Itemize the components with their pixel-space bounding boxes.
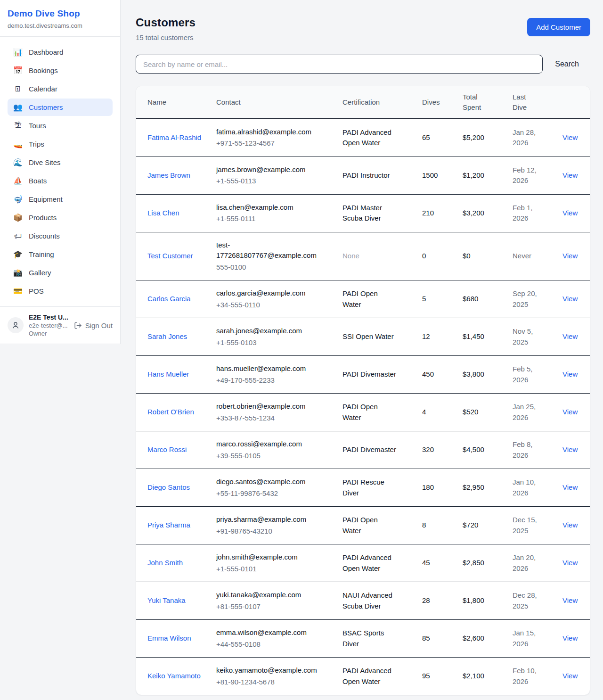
customer-name-link[interactable]: Emma Wilson	[147, 633, 191, 644]
customer-dives: 5	[422, 295, 426, 303]
camera-icon: 📸	[13, 269, 23, 277]
sidebar-item-label: Customers	[29, 103, 63, 111]
package-icon: 📦	[13, 214, 23, 222]
customer-name-link[interactable]: Fatima Al-Rashid	[147, 132, 201, 143]
customer-phone: +971-55-123-4567	[216, 138, 322, 149]
customer-name-link[interactable]: Lisa Chen	[147, 208, 179, 219]
customer-email: emma.wilson@example.com	[216, 627, 322, 638]
customer-name-link[interactable]: Sarah Jones	[147, 331, 187, 342]
view-link[interactable]: View	[562, 672, 578, 680]
sidebar-item-customers[interactable]: 👥 Customers	[8, 99, 113, 116]
shop-domain: demo.test.divestreams.com	[8, 22, 113, 29]
sidebar-nav: 📊 Dashboard 📅 Bookings 🗓 Calendar 👥 Cust…	[0, 36, 120, 306]
tag-icon: 🏷	[13, 232, 23, 240]
sidebar-item-bookings[interactable]: 📅 Bookings	[8, 62, 113, 79]
user-role: Owner	[29, 330, 69, 337]
view-link[interactable]: View	[562, 370, 578, 378]
sign-out-button[interactable]: Sign Out	[74, 321, 113, 329]
customer-total-spent: $4,500	[463, 445, 484, 453]
customer-certification: PADI Instructor	[342, 171, 390, 179]
customer-name-link[interactable]: Marco Rossi	[147, 445, 187, 455]
user-section: E2E Test U... e2e-tester@... Owner Sign …	[0, 306, 120, 344]
customer-name-link[interactable]: James Brown	[147, 170, 190, 181]
view-link[interactable]: View	[562, 252, 578, 260]
credit-card-icon: 💳	[13, 288, 23, 295]
customer-dives: 8	[422, 521, 426, 529]
customer-last-dive: Dec 28, 2025	[513, 591, 537, 610]
customer-name-link[interactable]: Priya Sharma	[147, 520, 190, 531]
sidebar-item-label: Calendar	[29, 85, 57, 93]
customer-last-dive: Jan 10, 2026	[513, 478, 536, 497]
table-row: Lisa Chen lisa.chen@example.com +1-555-0…	[136, 194, 590, 232]
customer-email: robert.obrien@example.com	[216, 401, 322, 412]
table-row: Test Customer test-1772681807767@example…	[136, 232, 590, 280]
sidebar-item-label: Dive Sites	[29, 158, 61, 166]
customer-name-link[interactable]: Carlos Garcia	[147, 294, 191, 305]
column-header-total-spent: Total Spent	[463, 86, 513, 119]
view-link[interactable]: View	[562, 209, 578, 217]
view-link[interactable]: View	[562, 332, 578, 340]
customer-name-link[interactable]: Diego Santos	[147, 482, 190, 493]
customer-certification: PADI Open Water	[342, 289, 378, 308]
customer-name-link[interactable]: Keiko Yamamoto	[147, 671, 201, 682]
customer-name-link[interactable]: Robert O'Brien	[147, 407, 194, 418]
view-link[interactable]: View	[562, 445, 578, 453]
customer-phone: +1-555-0113	[216, 176, 322, 187]
table-row: Carlos Garcia carlos.garcia@example.com …	[136, 280, 590, 318]
sidebar-item-equipment[interactable]: 🤿 Equipment	[8, 190, 113, 208]
sidebar-item-products[interactable]: 📦 Products	[8, 209, 113, 226]
customer-last-dive: Jan 20, 2026	[513, 553, 536, 572]
column-header-last-dive: Last Dive	[513, 86, 562, 119]
view-link[interactable]: View	[562, 634, 578, 642]
customer-name-link[interactable]: Test Customer	[147, 251, 193, 262]
customer-last-dive: Feb 5, 2026	[513, 365, 533, 384]
sidebar-item-tours[interactable]: 🏝 Tours	[8, 117, 113, 134]
search-button[interactable]: Search	[543, 60, 590, 68]
customer-email: fatima.alrashid@example.com	[216, 127, 322, 138]
sidebar-item-pos[interactable]: 💳 POS	[8, 282, 113, 300]
sidebar-item-training[interactable]: 🎓 Training	[8, 246, 113, 263]
column-header-contact: Contact	[216, 86, 342, 119]
customer-last-dive: Feb 1, 2026	[513, 204, 533, 222]
sidebar-item-boats[interactable]: ⛵ Boats	[8, 172, 113, 189]
shop-title: Demo Dive Shop	[8, 8, 113, 19]
sidebar-item-discounts[interactable]: 🏷 Discounts	[8, 227, 113, 245]
table-row: Yuki Tanaka yuki.tanaka@example.com +81-…	[136, 582, 590, 620]
search-input[interactable]	[136, 55, 543, 74]
customer-dives: 320	[422, 445, 434, 453]
sidebar-item-trips[interactable]: 🚤 Trips	[8, 135, 113, 153]
view-link[interactable]: View	[562, 295, 578, 303]
view-link[interactable]: View	[562, 483, 578, 491]
sidebar-item-dive-sites[interactable]: 🌊 Dive Sites	[8, 154, 113, 171]
table-row: James Brown james.brown@example.com +1-5…	[136, 156, 590, 194]
customer-certification: SSI Open Water	[342, 332, 394, 340]
sidebar-item-label: Tours	[29, 122, 46, 130]
customer-dives: 1500	[422, 171, 438, 179]
avatar	[8, 317, 24, 333]
customer-last-dive: Feb 12, 2026	[513, 166, 537, 185]
add-customer-button[interactable]: Add Customer	[527, 18, 590, 36]
customer-phone: +81-90-1234-5678	[216, 677, 322, 688]
table-row: Diego Santos diego.santos@example.com +5…	[136, 469, 590, 507]
user-info: E2E Test U... e2e-tester@... Owner	[29, 313, 69, 337]
view-link[interactable]: View	[562, 171, 578, 179]
customer-last-dive: Feb 8, 2026	[513, 440, 533, 459]
table-body: Fatima Al-Rashid fatima.alrashid@example…	[136, 119, 590, 695]
customer-total-spent: $1,800	[463, 596, 484, 604]
view-link[interactable]: View	[562, 133, 578, 141]
view-link[interactable]: View	[562, 559, 578, 567]
customer-email: james.brown@example.com	[216, 165, 322, 175]
sidebar-item-dashboard[interactable]: 📊 Dashboard	[8, 43, 113, 61]
sidebar-item-calendar[interactable]: 🗓 Calendar	[8, 80, 113, 98]
main-content: Customers 15 total customers Add Custome…	[121, 0, 603, 700]
sidebar: Demo Dive Shop demo.test.divestreams.com…	[0, 0, 121, 344]
customer-name-link[interactable]: Hans Mueller	[147, 369, 189, 380]
customer-email: carlos.garcia@example.com	[216, 288, 322, 299]
view-link[interactable]: View	[562, 521, 578, 529]
user-icon	[11, 321, 20, 329]
view-link[interactable]: View	[562, 408, 578, 416]
customer-name-link[interactable]: Yuki Tanaka	[147, 595, 186, 606]
sidebar-item-gallery[interactable]: 📸 Gallery	[8, 264, 113, 281]
customer-name-link[interactable]: John Smith	[147, 558, 183, 568]
view-link[interactable]: View	[562, 596, 578, 604]
